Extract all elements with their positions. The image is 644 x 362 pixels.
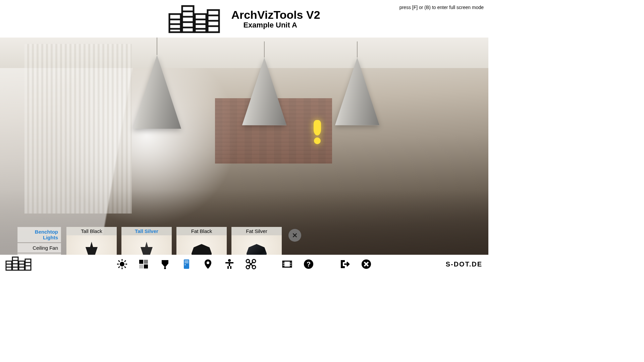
svg-rect-62 [283,261,284,267]
svg-point-32 [120,262,124,266]
brand-label: S-DOT.DE [446,260,482,268]
person-icon[interactable] [223,258,236,270]
bottom-toolbar: ? S-DOT.DE [0,255,488,274]
option-card[interactable]: Tall BlackP_TomDixon_Tall [66,227,117,255]
svg-rect-21 [19,261,24,270]
close-options-button[interactable] [288,229,301,242]
svg-line-37 [118,260,120,262]
close-icon[interactable] [360,258,373,270]
option-thumbnail [176,235,227,255]
help-icon[interactable]: ? [302,258,315,270]
sun-icon[interactable] [116,258,128,270]
fullscreen-hint: press [F] or (B) to enter full screen mo… [399,5,484,10]
option-title: Tall Black [66,227,117,235]
svg-rect-19 [6,261,12,270]
furniture-icon[interactable] [180,258,193,270]
header-bar: ArchVizTools V2 Example Unit A press [F]… [0,0,488,38]
option-thumbnail [231,235,282,255]
svg-rect-43 [139,264,143,268]
svg-rect-42 [144,260,148,264]
option-card[interactable]: Tall SilverP_TomDixon_Tall [121,227,172,255]
svg-rect-41 [139,260,143,264]
svg-text:?: ? [307,260,311,268]
exit-icon[interactable] [338,258,351,270]
option-title: Fat Black [176,227,227,235]
app-logo-icon [168,4,222,34]
svg-rect-52 [229,262,230,266]
svg-point-48 [185,264,186,265]
paint-icon[interactable] [159,258,171,270]
drone-icon[interactable] [245,258,257,270]
svg-point-45 [164,267,166,269]
materials-icon[interactable] [137,258,150,270]
category-item[interactable]: Ceiling Fan [17,243,61,253]
option-title: Tall Silver [121,227,172,235]
option-card[interactable]: Fat BlackP_TomDixon_Fat [176,227,227,255]
app-title: ArchVizTools V2 [231,8,320,21]
option-title: Fat Silver [231,227,282,235]
svg-rect-47 [184,260,189,263]
svg-rect-54 [230,266,231,269]
svg-rect-44 [144,264,148,268]
svg-point-49 [207,261,209,264]
option-card[interactable]: Fat SilverP_TomDixon_Fat [231,227,282,255]
svg-line-38 [124,266,126,268]
scene-subtitle: Example Unit A [243,21,320,29]
scene-viewport[interactable]: Benchtop LightsCeiling FanDining ChairsF… [0,38,488,255]
svg-rect-53 [227,266,229,269]
svg-rect-63 [290,261,291,267]
svg-point-50 [228,259,231,262]
category-list: Benchtop LightsCeiling FanDining ChairsF… [17,227,61,255]
svg-rect-22 [25,259,31,270]
option-thumbnail [121,235,172,255]
option-thumbnail [66,235,117,255]
option-row: Tall BlackP_TomDixon_TallTall SilverP_To… [66,227,301,255]
category-item[interactable]: Benchtop Lights [17,227,61,242]
location-icon[interactable] [202,258,214,270]
film-icon[interactable] [281,258,293,270]
mini-logo-icon[interactable] [5,256,32,271]
svg-line-39 [124,260,126,262]
svg-line-40 [118,266,120,268]
scene-marker-icon [313,120,322,143]
